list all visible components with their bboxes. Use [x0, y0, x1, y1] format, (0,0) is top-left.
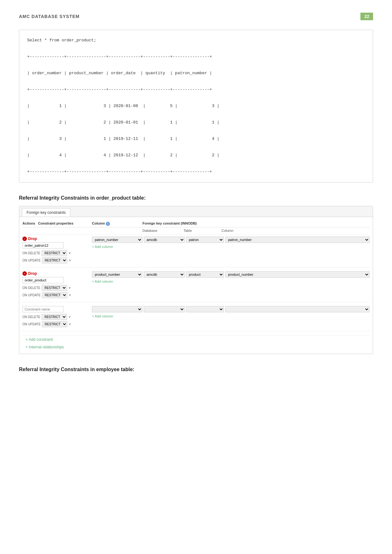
sql-code-block: Select * from order_product; +----------… — [19, 30, 373, 183]
code-line: | 3 | 1 | 2019-12-11 | 1 | 4 | — [27, 135, 365, 143]
section2-heading: Referral Integrity Constraints in employ… — [19, 367, 134, 372]
code-line: | 1 | 3 | 2020-01-08 | 5 | 3 | — [27, 102, 365, 110]
on-update-row-2: ON UPDATE RESTRICT ▼ — [22, 292, 89, 298]
chevron-icon-4: ▼ — [69, 293, 72, 297]
chevron-icon-2: ▼ — [69, 259, 72, 262]
constraint-row-3: ON DELETE RESTRICT ▼ ON UPDATE RESTRICT … — [22, 306, 370, 331]
fk-tab-bar: Foreign key constraints — [19, 206, 373, 217]
constraint-row-2: − Drop ON DELETE RESTRICT ▼ ON UPDATE RE… — [22, 271, 370, 302]
drop-icon-2: − — [22, 271, 27, 276]
constraint-right-2: product_number amcdb product product_num… — [92, 271, 370, 299]
app-title: AMC DATABASE SYSTEM — [19, 14, 80, 19]
code-line: | 2 | 2 | 2020-01-01 | 1 | 1 | — [27, 118, 365, 127]
table-select-1[interactable]: patron — [186, 237, 224, 243]
header-column: Column i — [92, 221, 142, 226]
drop-label-1: Drop — [28, 237, 37, 241]
fk-col-headers: Actions Constraint properties Column i F… — [22, 220, 370, 227]
constraint-name-input-2[interactable] — [22, 277, 63, 283]
page-number: 22 — [360, 13, 373, 20]
column-row-2: product_number amcdb product product_num… — [92, 271, 370, 278]
on-update-select-1[interactable]: RESTRICT — [42, 257, 67, 263]
add-constraint-label: + Add constraint — [26, 337, 53, 342]
page-header: AMC DATABASE SYSTEM 22 — [19, 13, 373, 20]
on-delete-row-3: ON DELETE RESTRICT ▼ — [22, 314, 89, 320]
sub-header-database: Database — [142, 229, 184, 232]
drop-icon-1: − — [22, 237, 27, 241]
code-line: +--------------+----------------+-------… — [27, 168, 365, 176]
on-delete-select-2[interactable]: RESTRICT — [42, 285, 67, 291]
column-row-1: patron_number amcdb patron patron_number — [92, 237, 370, 243]
on-update-label-3: ON UPDATE — [22, 322, 41, 326]
code-line — [27, 61, 365, 69]
constraint-right-1: patron_number amcdb patron patron_number… — [92, 237, 370, 265]
chevron-icon-6: ▼ — [69, 322, 72, 326]
on-update-label-2: ON UPDATE — [22, 293, 41, 297]
code-line: | order_number | product_number | order_… — [27, 69, 365, 77]
on-delete-label-1: ON DELETE — [22, 251, 40, 255]
internal-rel-label: + Internal relationships — [26, 345, 64, 349]
constraint-left-1: − Drop ON DELETE RESTRICT ▼ ON UPDATE RE… — [22, 237, 92, 265]
drop-label-2: Drop — [28, 271, 37, 276]
add-constraint-row[interactable]: + Add constraint — [22, 335, 370, 344]
fk-panel: Foreign key constraints Actions Constrai… — [19, 206, 373, 354]
db-select-1[interactable]: amcdb — [144, 237, 185, 243]
on-delete-label-2: ON DELETE — [22, 286, 40, 290]
col-select-patron-number[interactable]: patron_number — [92, 237, 142, 243]
col-select-product-number[interactable]: product_number — [92, 271, 142, 278]
add-column-link-2[interactable]: + Add column — [92, 280, 370, 283]
header-actions-constraint: Actions Constraint properties — [22, 221, 92, 226]
section1-heading: Referral Integrity Constraints in order_… — [19, 195, 146, 201]
col-select-empty-1[interactable] — [92, 306, 142, 312]
constraint-right-3: + Add column — [92, 306, 370, 328]
table-select-2[interactable]: product — [186, 271, 224, 278]
on-update-label-1: ON UPDATE — [22, 259, 41, 262]
add-column-link-3[interactable]: + Add column — [92, 314, 370, 318]
code-line — [27, 143, 365, 151]
drop-button-1[interactable]: − Drop — [22, 237, 89, 241]
ref-col-select-2[interactable]: product_number — [225, 271, 370, 278]
sub-header-column: Column — [221, 229, 370, 232]
code-line — [27, 45, 365, 53]
on-update-select-2[interactable]: RESTRICT — [42, 292, 67, 298]
db-select-3[interactable] — [144, 306, 185, 312]
column-row-3 — [92, 306, 370, 312]
drop-button-2[interactable]: − Drop — [22, 271, 89, 276]
chevron-icon-5: ▼ — [68, 315, 71, 319]
constraint-name-input-1[interactable] — [22, 242, 63, 249]
chevron-icon-3: ▼ — [68, 286, 71, 290]
code-line — [27, 110, 365, 118]
code-line — [27, 94, 365, 102]
code-line — [27, 127, 365, 135]
code-line: +--------------+----------------+-------… — [27, 53, 365, 61]
constraint-left-2: − Drop ON DELETE RESTRICT ▼ ON UPDATE RE… — [22, 271, 92, 299]
ref-col-select-3[interactable] — [225, 306, 370, 312]
code-line — [27, 77, 365, 86]
constraint-left-3: ON DELETE RESTRICT ▼ ON UPDATE RESTRICT … — [22, 306, 92, 328]
code-line: | 4 | 4 | 2019-12-12 | 2 | 2 | — [27, 151, 365, 160]
fk-sub-headers: Database Table Column — [22, 228, 370, 235]
constraint-row-1: − Drop ON DELETE RESTRICT ▼ ON UPDATE RE… — [22, 237, 370, 268]
add-column-link-1[interactable]: + Add column — [92, 245, 370, 249]
code-line: Select * from order_product; — [27, 36, 365, 45]
on-update-row-3: ON UPDATE RESTRICT ▼ — [22, 321, 89, 327]
table-select-3[interactable] — [186, 306, 224, 312]
constraint-name-input-3[interactable] — [22, 306, 63, 312]
fk-content: Actions Constraint properties Column i F… — [19, 217, 373, 354]
header-fk-constraint: Foreign key constraint (INNODB) — [142, 221, 370, 226]
on-update-row-1: ON UPDATE RESTRICT ▼ — [22, 257, 89, 263]
internal-relationships-row[interactable]: + Internal relationships — [22, 344, 370, 351]
on-delete-select-3[interactable]: RESTRICT — [42, 314, 67, 320]
on-delete-label-3: ON DELETE — [22, 315, 40, 319]
on-update-select-3[interactable]: RESTRICT — [42, 321, 67, 327]
db-select-2[interactable]: amcdb — [144, 271, 185, 278]
on-delete-select-1[interactable]: RESTRICT — [42, 250, 67, 256]
fk-tab[interactable]: Foreign key constraints — [22, 208, 70, 217]
ref-col-select-1[interactable]: patron_number — [225, 237, 370, 243]
sub-header-table: Table — [184, 229, 221, 232]
chevron-icon-1: ▼ — [68, 251, 71, 255]
code-line: +--------------+----------------+-------… — [27, 86, 365, 94]
code-line — [27, 160, 365, 168]
on-delete-row-2: ON DELETE RESTRICT ▼ — [22, 285, 89, 291]
on-delete-row-1: ON DELETE RESTRICT ▼ — [22, 250, 89, 256]
